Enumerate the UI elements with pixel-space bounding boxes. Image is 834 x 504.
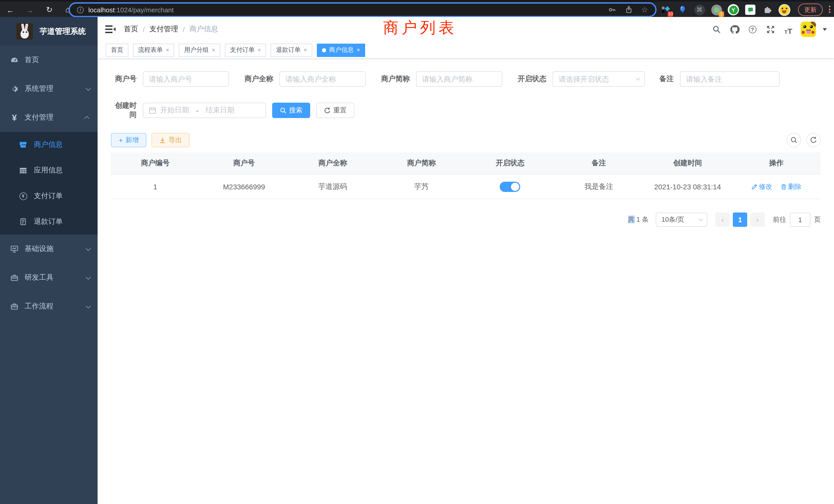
export-button[interactable]: 导出: [152, 133, 190, 147]
briefcase-icon: [10, 302, 19, 311]
col-actions: 操作: [732, 159, 821, 168]
page-size-select[interactable]: 10条/页: [656, 212, 707, 227]
browser-back-icon[interactable]: ←: [4, 4, 17, 16]
breadcrumb-current: 商户信息: [190, 25, 218, 34]
next-page-button[interactable]: ›: [750, 212, 765, 227]
prev-page-button[interactable]: ‹: [716, 212, 730, 227]
extension-recorder-icon[interactable]: 1: [710, 4, 723, 16]
search-button[interactable]: 搜索: [272, 102, 310, 118]
breadcrumb-home[interactable]: 首页: [124, 25, 138, 34]
reset-button[interactable]: 重置: [316, 102, 354, 118]
date-range-picker[interactable]: 开始日期 - 结束日期: [143, 102, 266, 118]
browser-update-button[interactable]: 更新: [798, 4, 823, 16]
browser-forward-icon[interactable]: →: [24, 4, 36, 16]
full-name-label: 商户全称: [240, 74, 279, 84]
sidebar-item-workflow[interactable]: 工作流程: [0, 292, 97, 321]
sidebar-item-refund-order[interactable]: 退款订单: [0, 209, 97, 234]
short-name-input[interactable]: [422, 75, 496, 83]
browser-menu-icon[interactable]: [829, 6, 831, 13]
extension-command-icon[interactable]: ⌘: [693, 4, 706, 16]
sidebar-item-pay[interactable]: ¥ 支付管理: [0, 103, 97, 132]
page-1-button[interactable]: 1: [733, 212, 747, 227]
address-bar[interactable]: i localhost:1024/pay/merchant ☆: [70, 4, 655, 16]
document-icon: [19, 217, 27, 226]
merchant-no-input[interactable]: [149, 75, 223, 83]
tab-merchant-info[interactable]: 商户信息×: [317, 43, 366, 57]
remark-input[interactable]: [686, 75, 773, 83]
full-name-input[interactable]: [286, 75, 359, 83]
add-button[interactable]: + 新增: [111, 133, 146, 147]
header-search-icon[interactable]: [711, 24, 722, 35]
cell-remark: 我是备注: [555, 182, 643, 191]
status-label: 开启状态: [513, 74, 553, 84]
breadcrumb-separator: /: [183, 25, 185, 33]
col-full-name: 商户全称: [288, 159, 377, 168]
status-select[interactable]: [553, 71, 645, 87]
user-avatar[interactable]: [800, 22, 816, 37]
chevron-down-icon: [86, 86, 91, 91]
close-icon[interactable]: ×: [166, 47, 169, 53]
merchant-no-input-wrap: [143, 71, 229, 87]
extension-chat-icon[interactable]: [744, 4, 756, 16]
delete-link[interactable]: 删除: [780, 182, 802, 191]
chevron-down-icon: [86, 246, 91, 251]
close-icon[interactable]: ×: [304, 47, 307, 53]
sidebar-item-system[interactable]: 系统管理: [0, 74, 97, 103]
close-icon[interactable]: ×: [258, 47, 261, 53]
download-icon: [159, 137, 166, 143]
page-content: 商户号 商户全称 商户简称 开启状态: [97, 59, 834, 504]
hamburger-icon[interactable]: [105, 25, 115, 34]
tab-pay-order[interactable]: 支付订单×: [225, 43, 266, 57]
sidebar-item-label: 支付订单: [34, 191, 63, 201]
sidebar-item-devtools[interactable]: 研发工具: [0, 263, 97, 292]
show-search-button[interactable]: [787, 133, 801, 147]
toolbox-icon: [10, 274, 19, 282]
status-select-input[interactable]: [559, 75, 636, 83]
edit-link[interactable]: 修改: [751, 182, 772, 191]
sidebar-logo[interactable]: 芋道管理系统: [0, 17, 97, 46]
url-text[interactable]: localhost:1024/pay/merchant: [88, 6, 608, 14]
yen-icon: ¥: [10, 113, 19, 122]
extension-balloon-icon[interactable]: [676, 4, 689, 16]
sidebar-item-app-info[interactable]: 应用信息: [0, 158, 97, 183]
sidebar-item-label: 退款订单: [34, 217, 63, 226]
close-icon[interactable]: ×: [357, 47, 360, 53]
font-size-icon[interactable]: TT: [783, 24, 794, 35]
short-name-label: 商户简称: [377, 74, 416, 84]
tab-refund-order[interactable]: 退款订单×: [271, 43, 312, 57]
remark-label: 备注: [656, 74, 680, 84]
pay-submenu: 商户信息 应用信息 ¥ 支付订单: [0, 132, 97, 234]
help-icon[interactable]: ?: [747, 24, 758, 35]
password-key-icon[interactable]: [608, 6, 616, 14]
fullscreen-icon[interactable]: [765, 24, 776, 35]
tab-process-form[interactable]: 流程表单×: [133, 43, 174, 57]
sidebar-item-label: 商户信息: [34, 140, 63, 150]
extensions-puzzle-icon[interactable]: [761, 4, 773, 16]
sidebar-item-infra[interactable]: 基础设施: [0, 234, 97, 263]
chevron-down-icon: [86, 303, 91, 308]
share-icon[interactable]: [625, 6, 632, 14]
tab-home[interactable]: 首页: [106, 43, 128, 57]
extension-diamond-icon[interactable]: 10: [659, 4, 672, 16]
site-info-icon[interactable]: i: [77, 6, 84, 13]
breadcrumb-pay[interactable]: 支付管理: [150, 25, 178, 34]
sidebar-item-label: 研发工具: [25, 273, 86, 282]
tab-user-group[interactable]: 用户分组×: [179, 43, 220, 57]
short-name-input-wrap: [416, 71, 502, 87]
browser-profile-avatar[interactable]: [778, 4, 790, 16]
bookmark-star-icon[interactable]: ☆: [641, 5, 648, 14]
github-icon[interactable]: [729, 24, 740, 35]
goto-page-input[interactable]: [790, 212, 810, 227]
avatar-caret-icon[interactable]: [823, 28, 827, 30]
browser-reload-icon[interactable]: ↻: [43, 4, 56, 16]
refresh-table-button[interactable]: [806, 133, 821, 147]
yen-circle-icon: ¥: [19, 192, 27, 200]
sidebar-item-pay-order[interactable]: ¥ 支付订单: [0, 183, 97, 209]
sidebar-item-home[interactable]: 首页: [0, 46, 97, 74]
grid-icon: [19, 166, 27, 175]
extension-y-icon[interactable]: Y: [727, 4, 740, 16]
tags-view: 首页 流程表单× 用户分组× 支付订单× 退款订单× 商户信息×: [97, 42, 834, 59]
status-switch[interactable]: [500, 181, 521, 192]
sidebar-item-merchant-info[interactable]: 商户信息: [0, 132, 97, 158]
close-icon[interactable]: ×: [212, 47, 215, 53]
